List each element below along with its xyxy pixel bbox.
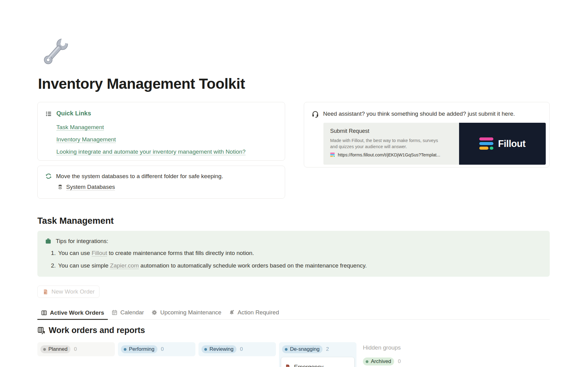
list-icon (45, 110, 52, 118)
report-document-icon (285, 364, 291, 367)
status-badge-de-snagging[interactable]: De-snagging (282, 345, 322, 353)
system-databases-callout: Move the system databases to a different… (37, 166, 285, 199)
fillout-favicon (330, 153, 335, 157)
group-count: 2 (326, 346, 329, 352)
gear-icon (151, 309, 157, 316)
new-work-order-button[interactable]: New Work Order (37, 286, 100, 298)
card-title: Emergency (294, 364, 323, 367)
column-planned: Planned 0 (37, 342, 115, 356)
page-title: Inventory Management Toolkit (38, 75, 551, 92)
notion-page: Inventory Management Toolkit Quick Links (0, 0, 551, 367)
status-badge-reviewing[interactable]: Reviewing (202, 345, 236, 353)
briefcase-icon (45, 238, 52, 245)
status-dot (124, 348, 126, 351)
board-title: Work orders and reports (49, 326, 145, 335)
fillout-logo-panel: Fillout (459, 123, 546, 165)
assist-text: Need assistant? you think something shou… (323, 110, 515, 118)
link-automate-inventory[interactable]: Looking integrate and automate your inve… (56, 148, 246, 155)
sync-icon (45, 173, 52, 180)
group-count: 0 (161, 346, 164, 352)
board-icon (41, 310, 47, 316)
status-badge-archived[interactable]: Archived (363, 358, 394, 365)
status-dot (366, 360, 368, 363)
wrench-page-icon[interactable] (38, 34, 74, 70)
quick-links-title: Quick Links (56, 110, 91, 117)
fillout-wordmark: Fillout (498, 138, 525, 149)
calendar-icon (111, 309, 118, 316)
fillout-logo-icon (479, 137, 494, 150)
view-tabs: Active Work Orders Calendar (37, 307, 550, 320)
new-work-order-label: New Work Order (51, 288, 95, 295)
embed-title: Submit Request (330, 128, 453, 134)
tab-active-work-orders[interactable]: Active Work Orders (37, 307, 108, 320)
tips-item-2-text: You can use simple Zapier.com automation… (58, 262, 367, 270)
tips-item-1-text: You can use Fillout to create maintenanc… (58, 249, 254, 257)
kanban-board: Planned 0 Performing 0 Reviewing 0 (37, 342, 551, 367)
assist-callout: Need assistant? you think something shou… (304, 102, 550, 167)
status-badge-performing[interactable]: Performing (121, 345, 157, 353)
status-dot (43, 348, 46, 351)
tips-item-2: 2. You can use simple Zapier.com automat… (47, 262, 542, 270)
tips-item-1: 1. You can use Fillout to create mainten… (47, 249, 542, 257)
tab-calendar[interactable]: Calendar (108, 307, 148, 319)
tips-callout: Tips for integrations: 1. You can use Fi… (37, 231, 550, 277)
new-document-icon (42, 289, 49, 295)
group-count: 0 (398, 358, 401, 365)
status-dot (204, 348, 207, 351)
group-count: 0 (74, 346, 77, 352)
embed-description: Made with Fillout, the best way to make … (330, 137, 440, 150)
column-performing: Performing 0 (118, 342, 195, 356)
quick-links-callout: Quick Links Task Management Inventory Ma… (37, 102, 285, 161)
card-emergency[interactable]: Emergency (281, 357, 354, 367)
bell-icon (229, 309, 235, 316)
link-task-management[interactable]: Task Management (56, 124, 104, 131)
link-inventory-management[interactable]: Inventory Management (56, 136, 116, 143)
tips-title: Tips for integrations: (56, 237, 108, 245)
system-databases-text: Move the system databases to a different… (56, 172, 223, 180)
hidden-groups: Hidden groups Archived 0 (363, 342, 401, 365)
group-count: 0 (240, 346, 243, 352)
hidden-groups-label: Hidden groups (363, 344, 401, 351)
column-reviewing: Reviewing 0 (198, 342, 276, 356)
tab-action-required[interactable]: Action Required (225, 307, 283, 319)
embed-url[interactable]: https://forms.fillout.com/t/jEKDjW1GqSus… (338, 152, 440, 157)
inline-link[interactable]: Zapier.com (110, 262, 139, 269)
task-management-heading: Task Management (37, 216, 551, 226)
tips-list: 1. You can use Fillout to create mainten… (47, 249, 542, 270)
linked-database-icon (37, 327, 45, 335)
headphones-icon (311, 110, 319, 118)
status-dot (285, 348, 288, 351)
system-databases-link[interactable]: System Databases (66, 184, 115, 190)
fillout-embed[interactable]: Submit Request Made with Fillout, the be… (323, 123, 546, 165)
tab-upcoming-maintenance[interactable]: Upcoming Maintenance (148, 307, 225, 319)
fillout-embed-info: Submit Request Made with Fillout, the be… (323, 123, 459, 165)
inline-link[interactable]: Fillout (92, 250, 107, 256)
database-icon (57, 184, 63, 190)
column-de-snagging: De-snagging 2 Emergency (279, 342, 356, 367)
status-badge-planned[interactable]: Planned (40, 345, 70, 353)
